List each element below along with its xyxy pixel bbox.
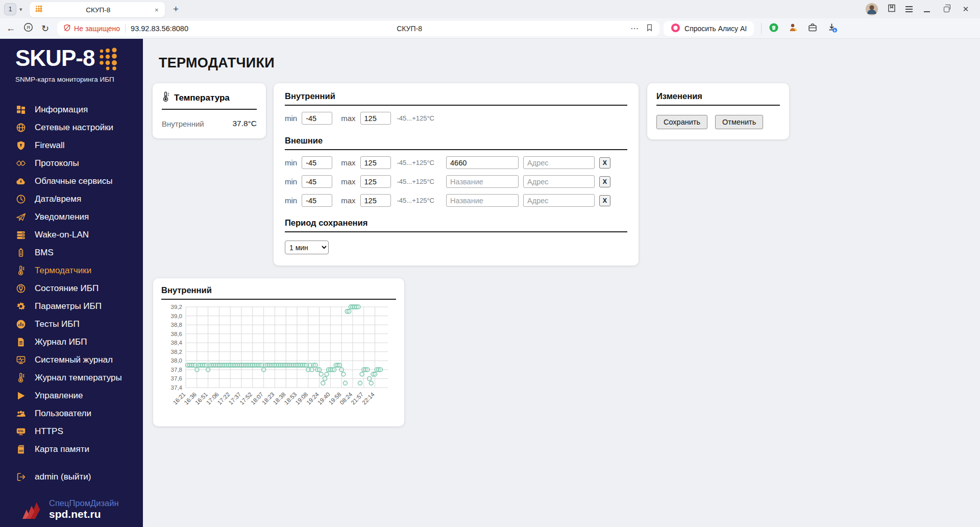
max-label: max (341, 114, 355, 123)
sidebar-item-wake-on-lan[interactable]: Wake-on-LAN (0, 226, 143, 244)
internal-max-input[interactable] (360, 112, 391, 125)
sidebar-item-memory-card[interactable]: SDКарта памяти (0, 440, 143, 458)
svg-text:38,6: 38,6 (171, 331, 182, 337)
sidebar-item-cloud-services[interactable]: Облачные сервисы (0, 172, 143, 190)
yandex-button[interactable]: Я (23, 22, 33, 35)
external-address-input-2[interactable] (523, 175, 595, 188)
window-restore-button[interactable] (941, 5, 951, 14)
app-logo: SKUP-8 (0, 47, 143, 73)
sidebar-item-temperature-log[interactable]: Журнал температуры (0, 369, 143, 387)
browser-profile-avatar[interactable] (866, 3, 878, 15)
sidebar-item-notifications[interactable]: Уведомления (0, 208, 143, 226)
vendor-name: СпецПромДизайн (49, 498, 119, 508)
max-label: max (341, 177, 355, 186)
new-tab-button[interactable]: + (169, 2, 183, 16)
save-period-select[interactable]: 1 мин (285, 241, 329, 254)
sidebar-item-users[interactable]: Пользователи (0, 404, 143, 422)
chart-circle-icon (15, 319, 27, 329)
downloads-icon[interactable] (827, 22, 838, 35)
external-min-input-1[interactable] (302, 156, 332, 169)
external-min-input-3[interactable] (302, 194, 332, 207)
address-more-icon[interactable]: ⋯ (630, 23, 639, 33)
extension-assistant-icon[interactable] (788, 22, 798, 35)
tab-close-icon[interactable]: × (154, 6, 160, 14)
external-max-input-3[interactable] (360, 194, 391, 207)
min-label: min (285, 196, 297, 205)
tab-list-chevron-icon[interactable]: ▾ (17, 5, 24, 14)
address-bar[interactable]: Не защищено 93.92.83.56:8080 СКУП-8 ⋯ (57, 21, 659, 36)
extension-clipboard-icon[interactable] (807, 22, 818, 35)
external-section-title: Внешние (285, 136, 627, 150)
sidebar-item-bms[interactable]: BMS (0, 244, 143, 261)
security-chip[interactable]: Не защищено (63, 24, 120, 33)
svg-text:38,0: 38,0 (171, 357, 182, 364)
bookmark-flag-icon[interactable] (646, 23, 653, 34)
svg-text:16:51: 16:51 (194, 391, 209, 406)
sidebar-item-logout[interactable]: admin (выйти) (0, 468, 143, 486)
sd-card-icon: SD (15, 444, 27, 454)
bookmarks-panel-icon[interactable] (887, 4, 896, 15)
sidebar-item-control[interactable]: Управление (0, 387, 143, 404)
internal-min-input[interactable] (302, 112, 332, 125)
address-bar-page-title: СКУП-8 (188, 25, 630, 33)
back-button[interactable]: ← (6, 23, 15, 34)
sidebar-item-ups-status[interactable]: Состояние ИБП (0, 279, 143, 297)
window-minimize-button[interactable] (922, 5, 932, 14)
svg-text:19:58: 19:58 (328, 391, 342, 406)
vendor-logo: СпецПромДизайн spd.net.ru (21, 498, 143, 521)
ask-alice-button[interactable]: Спросить Алису AI (664, 21, 754, 36)
tab-counter-button[interactable]: 1 (4, 3, 16, 15)
svg-text:39,0: 39,0 (171, 313, 182, 319)
sidebar-item-ups-log[interactable]: Журнал ИБП (0, 333, 143, 351)
browser-toolbar: ← Я ↻ Не защищено 93.92.83.56:8080 СКУП-… (0, 18, 980, 39)
external-address-input-3[interactable] (523, 194, 595, 207)
sensor-settings-card: Внутренний min max -45...+125°C Внешние … (274, 83, 639, 266)
cloud-icon (15, 176, 27, 186)
external-name-input-3[interactable] (446, 194, 519, 207)
external-min-input-2[interactable] (302, 175, 332, 188)
document-icon (15, 337, 27, 347)
remove-sensor-button-3[interactable]: X (599, 195, 610, 206)
sidebar-item-ups-tests[interactable]: Тесты ИБП (0, 315, 143, 333)
external-sensor-row: minmax-45...+125°CX (285, 156, 627, 169)
external-name-input-2[interactable] (446, 175, 519, 188)
window-close-button[interactable]: ✕ (961, 5, 971, 14)
sidebar-item-network-settings[interactable]: Сетевые настройки (0, 118, 143, 136)
sensor-label: Внутренний (162, 119, 204, 128)
app-logo-title: SKUP-8 (15, 47, 94, 69)
sidebar-item-https[interactable]: SSLHTTPS (0, 422, 143, 440)
changes-card-title: Изменения (656, 91, 780, 106)
browser-menu-icon[interactable] (905, 5, 913, 14)
remove-sensor-button-1[interactable]: X (599, 157, 610, 169)
sidebar-item-label: Журнал температуры (35, 373, 122, 383)
sidebar-item-system-log[interactable]: Системный журнал (0, 351, 143, 369)
remove-sensor-button-2[interactable]: X (599, 176, 610, 187)
external-max-input-2[interactable] (360, 175, 391, 188)
svg-text:19:40: 19:40 (316, 391, 331, 406)
reload-button[interactable]: ↻ (41, 23, 49, 34)
external-name-input-1[interactable] (446, 156, 519, 169)
range-hint: -45...+125°C (397, 114, 435, 122)
min-label: min (285, 177, 297, 186)
svg-text:38,8: 38,8 (171, 322, 182, 328)
sidebar-item-information[interactable]: Информация (0, 101, 143, 118)
external-max-input-1[interactable] (360, 156, 391, 169)
sidebar-item-firewall[interactable]: Firewall (0, 136, 143, 154)
security-warning-label: Не защищено (74, 25, 120, 33)
svg-text:SSL: SSL (18, 429, 24, 433)
cancel-button[interactable]: Отменить (715, 115, 763, 129)
sidebar-item-date-time[interactable]: Дата/время (0, 190, 143, 208)
save-button[interactable]: Сохранить (656, 115, 707, 129)
monitor-pulse-icon (15, 355, 27, 365)
browser-tab[interactable]: СКУП-8 × (30, 2, 165, 17)
sidebar-item-label: Журнал ИБП (35, 337, 87, 347)
extension-evernote-icon[interactable] (769, 22, 779, 35)
external-address-input-1[interactable] (523, 156, 595, 169)
svg-text:22:14: 22:14 (361, 391, 376, 406)
sidebar-item-thermo-sensors[interactable]: Термодатчики (0, 261, 143, 279)
sidebar-item-label: Термодатчики (35, 266, 91, 276)
sidebar-item-ups-parameters[interactable]: Параметры ИБП (0, 297, 143, 315)
sidebar-item-label: Протоколы (35, 158, 79, 169)
sidebar-item-protocols[interactable]: Протоколы (0, 154, 143, 172)
paper-plane-icon (15, 212, 27, 222)
